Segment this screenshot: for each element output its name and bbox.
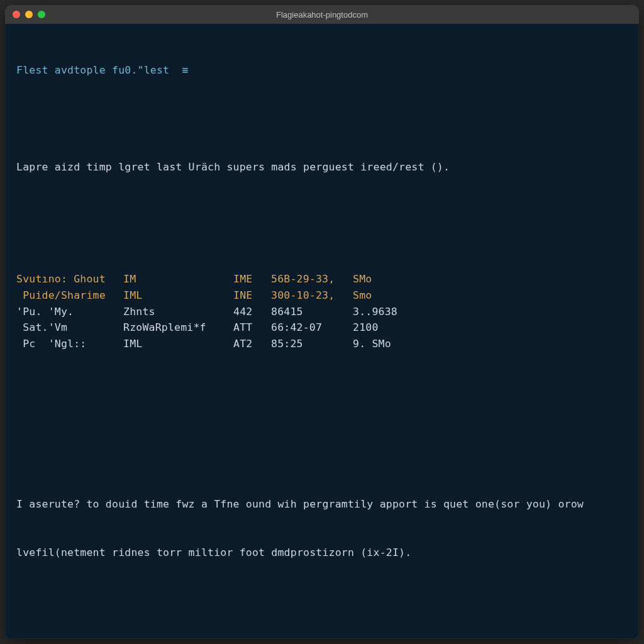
mid-line-1: I aserute? to douid time fwz a Tfne ound… [16,496,628,513]
table-cell: Sat.'Vm [16,319,123,336]
terminal-window: Flagieakahot-pingtodcom Flest avdtople f… [5,5,639,639]
table-cell: AT2 [233,336,271,352]
table-cell: Puide/Sharime [16,287,123,304]
blank [16,207,628,223]
prompt-line-1: Flest avdtople fu0."lest ≡ [16,62,628,79]
table-cell: Zhnts [123,304,233,320]
table-cell: INE [233,287,271,304]
blank [16,111,628,127]
table-cell: Svutıno: Ghout [16,271,123,287]
maximize-icon[interactable] [38,11,45,18]
blank [16,448,628,465]
table-cell: IML [123,287,233,304]
blank [16,400,628,416]
status-table: Svutıno: GhoutIMIME56B-29-33,SMo Puide/S… [16,271,628,352]
table-row: Sat.'VmRzoWaRplemi*fATT66:42-072100 [16,319,628,336]
table-cell: IME [233,271,271,287]
mid-line-2: lvefil(netment ridnes torr miltior foot … [16,545,628,561]
table-cell: 3..9638 [353,304,428,320]
table-row: 'Pu. 'My.Zhnts442864153..9638 [16,304,628,320]
table-row: Svutıno: GhoutIMIME56B-29-33,SMo [16,271,628,287]
close-icon[interactable] [13,11,20,18]
table-cell: Smo [353,287,428,304]
table-cell: RzoWaRplemi*f [123,319,233,336]
table-cell: 2100 [353,319,428,336]
blank [16,593,628,609]
table-cell: ATT [233,319,271,336]
table-cell: IM [123,271,233,287]
table-cell: Pc 'Ngl:: [16,336,123,352]
minimize-icon[interactable] [25,11,33,18]
table-cell: 442 [233,304,271,320]
table-cell: 9. SMo [353,336,428,352]
terminal-body[interactable]: Flest avdtople fu0."lest ≡ Lapre aizd ti… [5,24,639,639]
table-cell: 300-10-23, [271,287,353,304]
table-row: Puide/SharimeIMLINE300-10-23,Smo [16,287,628,304]
table-cell: IML [123,336,233,352]
titlebar: Flagieakahot-pingtodcom [5,5,639,24]
window-title: Flagieakahot-pingtodcom [5,10,639,19]
table-cell: 56B-29-33, [271,271,353,287]
table-cell: 66:42-07 [271,319,353,336]
table-cell: 85:25 [271,336,353,352]
table-cell: SMo [353,271,428,287]
table-cell: 'Pu. 'My. [16,304,123,320]
traffic-lights [13,11,45,18]
table-row: Pc 'Ngl::IMLAT285:259. SMo [16,336,628,352]
description-line-1: Lapre aizd timp lgret last Uräch supers … [16,159,628,175]
table-cell: 86415 [271,304,353,320]
